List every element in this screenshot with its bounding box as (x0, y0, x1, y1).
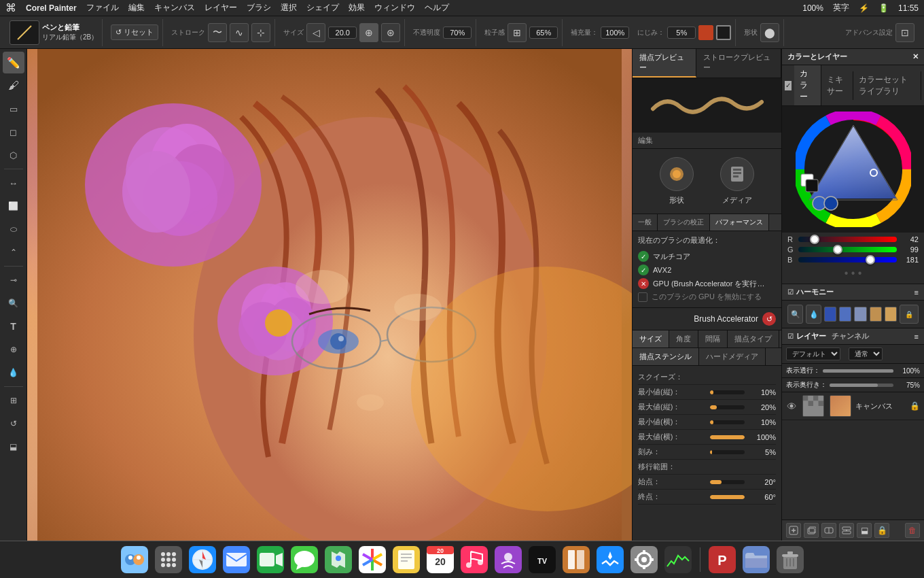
dock-photos[interactable] (357, 545, 387, 575)
dock-calendar[interactable]: 20 20 (425, 545, 455, 575)
crop-btn[interactable]: ⊕ (3, 339, 24, 360)
canvas-area[interactable] (27, 49, 632, 541)
dock-painter[interactable]: P (707, 545, 737, 575)
dock-launchpad[interactable] (154, 545, 183, 575)
group-layer-btn[interactable] (821, 523, 836, 538)
delete-layer-btn[interactable]: 🗑 (905, 523, 920, 538)
color-tab-color[interactable]: カラー (794, 65, 821, 105)
dock-systemprefs[interactable] (629, 545, 659, 575)
brush-acc-icon[interactable]: ↺ (762, 312, 776, 326)
flatten-layer-btn[interactable]: ⬓ (857, 523, 872, 538)
menu-canvas[interactable]: キャンバス (154, 2, 195, 14)
harmony-header[interactable]: ☑ ハーモニー ≡ (782, 284, 924, 301)
dock-notes[interactable] (391, 545, 421, 575)
size-jitter-button[interactable]: ⊛ (381, 23, 400, 42)
max-vert-bar[interactable] (710, 405, 745, 409)
layer-visibility-icon[interactable] (786, 401, 797, 411)
add-layer-btn[interactable] (786, 523, 801, 538)
layers-tab-channels[interactable]: チャンネル (832, 331, 869, 341)
size-tab-angle[interactable]: 角度 (669, 330, 698, 347)
menu-layer[interactable]: レイヤー (205, 2, 237, 14)
harmony-swatch-2[interactable] (839, 307, 851, 322)
perf-tab-general[interactable]: 一般 (633, 214, 658, 231)
pen-tool-btn[interactable]: ✏️ (3, 52, 24, 73)
dock-folder[interactable] (741, 545, 771, 575)
color-checkbox[interactable]: ✓ (785, 81, 792, 90)
shape-icon[interactable]: ⬤ (760, 23, 779, 42)
color-swatch-1[interactable] (698, 25, 713, 40)
add-layer-2-btn[interactable] (804, 523, 819, 538)
harmony-pick-icon[interactable]: 💧 (806, 305, 821, 324)
stroke-style-1[interactable]: 〜 (208, 23, 227, 42)
harmony-swatch-3[interactable] (854, 307, 866, 322)
dock-music[interactable] (459, 545, 489, 575)
fill-opacity-bar[interactable] (830, 384, 893, 387)
preview-tab-dab[interactable]: 描点プレビュー (633, 49, 696, 78)
dock-facetime[interactable] (255, 545, 285, 575)
menu-select[interactable]: 選択 (281, 2, 297, 14)
perf-tab-calibrate[interactable]: ブラシの校正 (658, 214, 710, 231)
gpu-disable-item[interactable]: このブラシの GPU を無効にする (638, 290, 776, 303)
lock-layer-btn[interactable]: 🔒 (874, 523, 889, 538)
clone-btn[interactable]: ⊞ (3, 390, 24, 411)
harmony-swatch-4[interactable] (870, 307, 882, 322)
grain-value[interactable]: 65% (529, 27, 558, 39)
dock-messages[interactable] (289, 545, 319, 575)
app-name[interactable]: Corel Painter (26, 3, 77, 13)
menu-brush[interactable]: ブラシ (247, 2, 271, 14)
text-btn[interactable]: T (3, 316, 24, 337)
menu-file[interactable]: ファイル (86, 2, 119, 14)
preview-tab-stroke[interactable]: ストロークプレビュー (696, 49, 781, 78)
dock-finder[interactable] (120, 545, 149, 575)
color-panel-close[interactable]: ✕ (912, 52, 919, 61)
layer-lock-icon[interactable]: 🔒 (910, 401, 920, 411)
size-value[interactable]: 20.0 (328, 27, 357, 39)
rect-select-btn[interactable]: ⬜ (3, 195, 24, 217)
dock-appletv[interactable]: TV (527, 545, 557, 575)
dock-activitymonitor[interactable] (663, 545, 693, 575)
dock-podcasts[interactable] (493, 545, 523, 575)
shape-icon-item[interactable]: 形状 (660, 157, 694, 205)
media-icon-item[interactable]: メディア (720, 157, 754, 205)
max-horiz-bar[interactable] (710, 435, 745, 439)
harmony-search-icon[interactable]: 🔍 (787, 305, 803, 324)
layers-menu-icon[interactable]: ≡ (914, 333, 919, 341)
merge-layer-btn[interactable] (839, 523, 854, 538)
harmony-lock-icon[interactable]: 🔒 (900, 305, 919, 324)
harmony-menu-icon[interactable]: ≡ (914, 288, 919, 296)
fill-tool-btn[interactable]: ⬡ (3, 144, 24, 166)
grain-icon[interactable]: ⊞ (508, 23, 527, 42)
media-tab-hard[interactable]: ハードメディア (699, 348, 766, 365)
shape-tool-btn[interactable]: ◻ (3, 121, 24, 143)
color-swatch-2[interactable] (716, 25, 731, 40)
increment-bar[interactable] (710, 450, 745, 454)
min-vert-bar[interactable] (710, 390, 745, 394)
rotate-canvas-btn[interactable]: ↺ (3, 413, 24, 435)
harmony-swatch-5[interactable] (885, 307, 897, 322)
opacity-value[interactable]: 70% (443, 27, 472, 39)
eyedrop-btn[interactable]: 💧 (3, 362, 24, 384)
stroke-style-2[interactable]: ∿ (230, 23, 249, 42)
opacity-bar[interactable] (823, 369, 893, 373)
smear-btn[interactable]: ⊸ (3, 269, 24, 291)
perf-tab-performance[interactable]: パフォーマンス (710, 214, 769, 231)
color-tab-library[interactable]: カラーセットライブラリ (853, 71, 921, 100)
layer-mode-select[interactable]: 通常 (849, 347, 883, 360)
recharge-value[interactable]: 100% (601, 27, 629, 39)
advanced-icon[interactable]: ⊡ (895, 23, 914, 42)
eraser-tool-btn[interactable]: ▭ (3, 98, 24, 120)
dock-mail[interactable] (221, 545, 251, 575)
menu-window[interactable]: ウィンドウ (374, 2, 415, 14)
size-tab-size[interactable]: サイズ (633, 330, 669, 347)
size-down-button[interactable]: ◁ (306, 23, 325, 42)
color-tab-mixer[interactable]: ミキサー (821, 71, 853, 100)
menu-shape[interactable]: シェイプ (306, 2, 339, 14)
dock-appstore[interactable] (595, 545, 625, 575)
r-slider[interactable] (798, 237, 897, 242)
color-wheel-svg[interactable] (796, 112, 911, 227)
transform-tool-btn[interactable]: ↔ (3, 172, 24, 194)
layer-row-canvas[interactable]: キャンバス 🔒 (782, 392, 924, 420)
apple-menu[interactable]: ⌘ (5, 1, 16, 14)
end-angle-bar[interactable] (710, 495, 745, 499)
dock-books[interactable] (561, 545, 591, 575)
